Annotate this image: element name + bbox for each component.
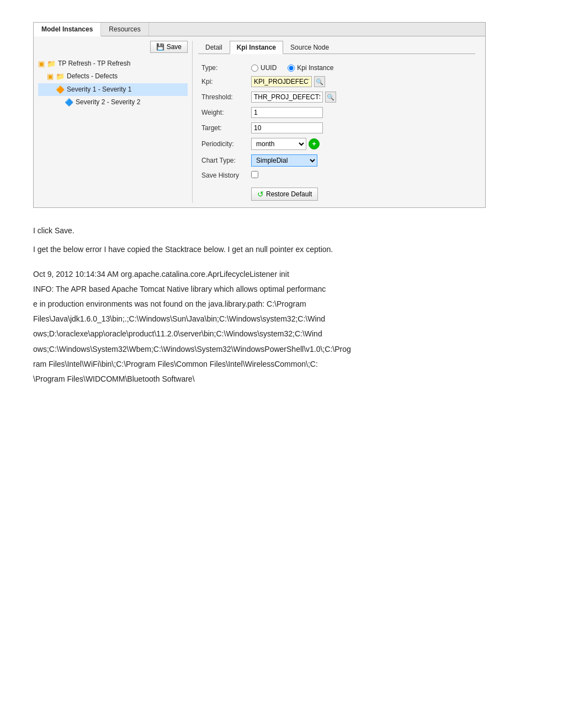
chart-type-select[interactable]: SimpleDial Bar Line (251, 154, 317, 167)
body-text-area: I click Save. I get the below error I ha… (33, 224, 530, 256)
periodicity-row: Periodicity: month week day + (198, 136, 475, 152)
collapse-icon-1: ▣ (47, 70, 54, 83)
collapse-icon-0: ▣ (38, 57, 45, 70)
tree-item-1[interactable]: ▣ 📁 Defects - Defects (38, 70, 188, 83)
kpi-label: Kpi: (201, 78, 213, 85)
threshold-input[interactable] (251, 92, 323, 103)
kpi-field-row: 🔍 (251, 76, 472, 87)
toolbar: 💾 Save (38, 41, 188, 53)
target-row: Target: (198, 120, 475, 136)
restore-icon: ↺ (257, 190, 264, 199)
paragraph-save: I click Save. (33, 224, 530, 238)
log-block: Oct 9, 2012 10:14:34 AM org.apache.catal… (33, 267, 530, 387)
target-label: Target: (201, 124, 222, 132)
chart-type-label: Chart Type: (201, 157, 236, 164)
radio-kpi-instance[interactable]: Kpi Instance (288, 64, 333, 72)
threshold-field-row: 🔍 (251, 92, 472, 103)
sub-tab-source-node[interactable]: Source Node (283, 41, 336, 54)
tree-item-0[interactable]: ▣ 📁 TP Refresh - TP Refresh (38, 57, 188, 70)
periodicity-label: Periodicity: (201, 140, 234, 148)
save-button[interactable]: 💾 Save (150, 41, 188, 53)
threshold-browse-button[interactable]: 🔍 (325, 92, 336, 103)
periodicity-field-row: month week day + (251, 138, 472, 150)
tree-label-2: Severity 1 - Severity 1 (67, 84, 131, 96)
target-input[interactable] (251, 122, 323, 133)
tab-resources[interactable]: Resources (101, 23, 148, 36)
save-label: Save (167, 43, 182, 51)
kpi-browse-button[interactable]: 🔍 (314, 76, 325, 87)
radio-uuid[interactable]: UUID (251, 64, 277, 72)
sub-tab-detail[interactable]: Detail (198, 41, 230, 54)
leaf-icon-2: 🔶 (56, 83, 65, 96)
paragraph-error: I get the below error I have copied the … (33, 243, 530, 256)
top-tab-bar: Model Instances Resources (34, 23, 485, 36)
leaf-icon-3: 🔷 (65, 96, 73, 109)
radio-uuid-input[interactable] (251, 65, 258, 72)
kpi-row: Kpi: 🔍 (198, 74, 475, 89)
radio-uuid-label: UUID (261, 64, 277, 72)
restore-default-label: Restore Default (266, 190, 312, 198)
right-pane: Detail Kpi Instance Source Node Type: UU… (193, 41, 481, 203)
tree-item-2[interactable]: 🔶 Severity 1 - Severity 1 (38, 83, 188, 96)
tree-label-0: TP Refresh - TP Refresh (58, 58, 130, 70)
log-line-7: \Program Files\WIDCOMM\Bluetooth Softwar… (33, 372, 530, 386)
tree-label-1: Defects - Defects (67, 71, 118, 83)
restore-default-button[interactable]: ↺ Restore Default (251, 188, 318, 201)
radio-kpi-instance-label: Kpi Instance (297, 64, 333, 72)
tree-item-3[interactable]: 🔷 Severity 2 - Severity 2 (38, 96, 188, 109)
chart-type-row: Chart Type: SimpleDial Bar Line (198, 152, 475, 169)
form-table: Type: UUID Kpi Instance (198, 62, 475, 203)
kpi-input[interactable] (251, 76, 312, 87)
weight-row: Weight: (198, 105, 475, 120)
save-icon: 💾 (156, 43, 164, 51)
log-line-5: ows;C:\Windows\System32\Wbem;C:\Windows\… (33, 342, 530, 356)
tree-area: ▣ 📁 TP Refresh - TP Refresh ▣ 📁 Defects … (38, 57, 188, 109)
type-label: Type: (201, 64, 217, 72)
log-line-3: Files\Java\jdk1.6.0_13\bin;.;C:\Windows\… (33, 312, 530, 326)
log-line-6: ram Files\Intel\WiFi\bin\;C:\Program Fil… (33, 357, 530, 371)
save-history-checkbox[interactable] (251, 171, 258, 178)
model-instances-panel: Model Instances Resources 💾 Save ▣ 📁 TP … (33, 22, 486, 208)
panel-content: 💾 Save ▣ 📁 TP Refresh - TP Refresh ▣ 📁 D… (34, 36, 485, 207)
periodicity-select[interactable]: month week day (251, 138, 306, 150)
log-line-0: Oct 9, 2012 10:14:34 AM org.apache.catal… (33, 267, 530, 281)
sub-tab-kpi-instance[interactable]: Kpi Instance (230, 41, 283, 54)
type-radio-group: UUID Kpi Instance (251, 64, 472, 72)
sub-tab-bar: Detail Kpi Instance Source Node (198, 41, 475, 54)
threshold-row: Threshold: 🔍 (198, 89, 475, 105)
threshold-label: Threshold: (201, 93, 233, 101)
periodicity-add-button[interactable]: + (309, 138, 320, 149)
tree-label-3: Severity 2 - Severity 2 (76, 97, 140, 109)
log-line-2: e in production environments was not fou… (33, 297, 530, 311)
folder-icon-0: 📁 (47, 57, 56, 70)
type-row: Type: UUID Kpi Instance (198, 62, 475, 74)
tab-model-instances[interactable]: Model Instances (34, 23, 101, 36)
weight-label: Weight: (201, 109, 224, 116)
folder-icon-1: 📁 (56, 70, 65, 83)
weight-input[interactable] (251, 107, 323, 118)
log-line-1: INFO: The APR based Apache Tomcat Native… (33, 282, 530, 296)
left-pane: 💾 Save ▣ 📁 TP Refresh - TP Refresh ▣ 📁 D… (38, 41, 193, 203)
save-history-label: Save History (201, 172, 239, 179)
save-history-row: Save History (198, 169, 475, 182)
restore-default-row: ↺ Restore Default (198, 182, 475, 203)
radio-kpi-instance-input[interactable] (288, 65, 295, 72)
log-line-4: ows;D:\oraclexe\app\oracle\product\11.2.… (33, 327, 530, 341)
